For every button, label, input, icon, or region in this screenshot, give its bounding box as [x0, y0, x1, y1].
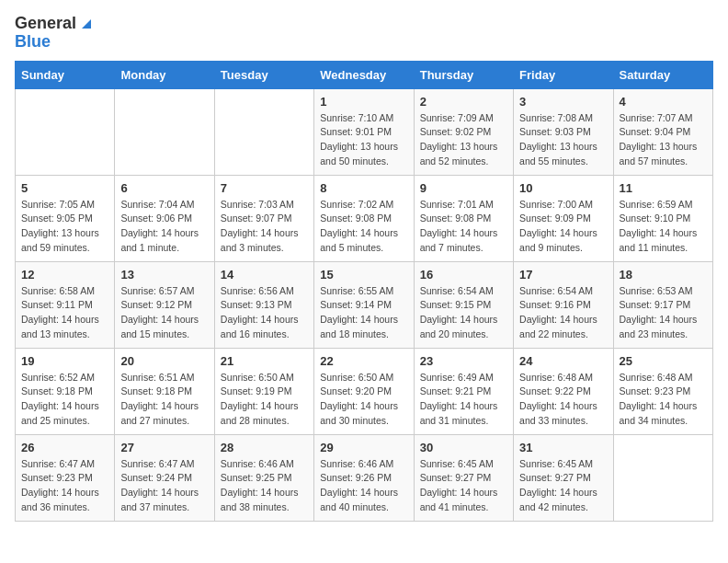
svg-marker-0: [82, 19, 91, 29]
day-info: Sunrise: 7:02 AMSunset: 9:08 PMDaylight:…: [320, 198, 407, 256]
calendar-cell: 22Sunrise: 6:50 AMSunset: 9:20 PMDayligh…: [314, 348, 414, 434]
calendar-cell: 3Sunrise: 7:08 AMSunset: 9:03 PMDaylight…: [514, 88, 613, 175]
day-number: 17: [519, 268, 607, 282]
calendar-cell: 9Sunrise: 7:01 AMSunset: 9:08 PMDaylight…: [414, 175, 513, 261]
weekday-header: Friday: [514, 61, 613, 88]
calendar-cell: 7Sunrise: 7:03 AMSunset: 9:07 PMDaylight…: [214, 175, 313, 261]
calendar-cell: 31Sunrise: 6:45 AMSunset: 9:27 PMDayligh…: [514, 434, 613, 521]
day-number: 21: [221, 354, 308, 368]
calendar-week-row: 19Sunrise: 6:52 AMSunset: 9:18 PMDayligh…: [16, 348, 713, 434]
day-number: 3: [519, 95, 607, 109]
logo-general: General: [15, 15, 76, 33]
day-info: Sunrise: 7:05 AMSunset: 9:05 PMDaylight:…: [21, 198, 108, 256]
day-number: 27: [120, 441, 208, 454]
day-number: 12: [21, 268, 108, 282]
day-info: Sunrise: 6:59 AMSunset: 9:10 PMDaylight:…: [620, 198, 707, 256]
calendar-cell: 28Sunrise: 6:46 AMSunset: 9:25 PMDayligh…: [214, 434, 313, 521]
day-number: 19: [21, 354, 108, 368]
calendar-cell: 4Sunrise: 7:07 AMSunset: 9:04 PMDaylight…: [613, 88, 712, 175]
day-info: Sunrise: 6:54 AMSunset: 9:15 PMDaylight:…: [420, 284, 507, 342]
calendar-cell: 14Sunrise: 6:56 AMSunset: 9:13 PMDayligh…: [214, 261, 313, 348]
day-info: Sunrise: 6:48 AMSunset: 9:22 PMDaylight:…: [519, 371, 607, 429]
day-number: 5: [21, 181, 108, 195]
day-number: 30: [420, 441, 507, 454]
calendar-cell: [214, 88, 313, 175]
day-info: Sunrise: 7:08 AMSunset: 9:03 PMDaylight:…: [519, 111, 607, 169]
calendar-cell: 27Sunrise: 6:47 AMSunset: 9:24 PMDayligh…: [115, 434, 214, 521]
calendar-cell: 11Sunrise: 6:59 AMSunset: 9:10 PMDayligh…: [613, 175, 712, 261]
calendar-cell: 12Sunrise: 6:58 AMSunset: 9:11 PMDayligh…: [16, 261, 115, 348]
day-number: 9: [420, 181, 507, 195]
calendar-cell: 8Sunrise: 7:02 AMSunset: 9:08 PMDaylight…: [314, 175, 414, 261]
day-info: Sunrise: 6:52 AMSunset: 9:18 PMDaylight:…: [21, 371, 108, 429]
day-number: 2: [420, 95, 507, 109]
day-number: 8: [320, 181, 407, 195]
day-info: Sunrise: 6:45 AMSunset: 9:27 PMDaylight:…: [519, 457, 607, 515]
day-number: 26: [21, 441, 108, 454]
calendar-week-row: 12Sunrise: 6:58 AMSunset: 9:11 PMDayligh…: [16, 261, 713, 348]
day-number: 7: [221, 181, 308, 195]
calendar-cell: 20Sunrise: 6:51 AMSunset: 9:18 PMDayligh…: [115, 348, 214, 434]
day-number: 22: [320, 354, 407, 368]
calendar-cell: 23Sunrise: 6:49 AMSunset: 9:21 PMDayligh…: [414, 348, 513, 434]
calendar-cell: 26Sunrise: 6:47 AMSunset: 9:23 PMDayligh…: [16, 434, 115, 521]
day-info: Sunrise: 6:48 AMSunset: 9:23 PMDaylight:…: [620, 371, 707, 429]
day-info: Sunrise: 6:57 AMSunset: 9:12 PMDaylight:…: [120, 284, 208, 342]
day-info: Sunrise: 6:55 AMSunset: 9:14 PMDaylight:…: [320, 284, 407, 342]
day-info: Sunrise: 6:46 AMSunset: 9:25 PMDaylight:…: [221, 457, 308, 515]
day-info: Sunrise: 6:50 AMSunset: 9:19 PMDaylight:…: [221, 371, 308, 429]
day-info: Sunrise: 7:04 AMSunset: 9:06 PMDaylight:…: [120, 198, 208, 256]
calendar-cell: 17Sunrise: 6:54 AMSunset: 9:16 PMDayligh…: [514, 261, 613, 348]
logo: General Blue: [15, 15, 95, 52]
calendar-cell: 24Sunrise: 6:48 AMSunset: 9:22 PMDayligh…: [514, 348, 613, 434]
day-info: Sunrise: 7:01 AMSunset: 9:08 PMDaylight:…: [420, 198, 507, 256]
day-info: Sunrise: 6:56 AMSunset: 9:13 PMDaylight:…: [221, 284, 308, 342]
day-info: Sunrise: 7:10 AMSunset: 9:01 PMDaylight:…: [320, 111, 407, 169]
day-info: Sunrise: 7:07 AMSunset: 9:04 PMDaylight:…: [620, 111, 707, 169]
header: General Blue: [15, 15, 713, 52]
day-info: Sunrise: 6:45 AMSunset: 9:27 PMDaylight:…: [420, 457, 507, 515]
day-info: Sunrise: 7:03 AMSunset: 9:07 PMDaylight:…: [221, 198, 308, 256]
calendar-cell: 6Sunrise: 7:04 AMSunset: 9:06 PMDaylight…: [115, 175, 214, 261]
day-number: 20: [120, 354, 208, 368]
day-number: 16: [420, 268, 507, 282]
calendar: SundayMondayTuesdayWednesdayThursdayFrid…: [15, 61, 713, 522]
day-info: Sunrise: 6:54 AMSunset: 9:16 PMDaylight:…: [519, 284, 607, 342]
day-info: Sunrise: 7:00 AMSunset: 9:09 PMDaylight:…: [519, 198, 607, 256]
weekday-header: Sunday: [16, 61, 115, 88]
calendar-cell: 19Sunrise: 6:52 AMSunset: 9:18 PMDayligh…: [16, 348, 115, 434]
day-number: 1: [320, 95, 407, 109]
day-number: 24: [519, 354, 607, 368]
calendar-week-row: 26Sunrise: 6:47 AMSunset: 9:23 PMDayligh…: [16, 434, 713, 521]
calendar-cell: [16, 88, 115, 175]
calendar-cell: 16Sunrise: 6:54 AMSunset: 9:15 PMDayligh…: [414, 261, 513, 348]
day-number: 11: [620, 181, 707, 195]
day-number: 18: [620, 268, 707, 282]
day-number: 13: [120, 268, 208, 282]
logo-triangle-icon: [78, 16, 95, 32]
weekday-header: Saturday: [613, 61, 712, 88]
day-number: 6: [120, 181, 208, 195]
day-number: 29: [320, 441, 407, 454]
day-info: Sunrise: 6:51 AMSunset: 9:18 PMDaylight:…: [120, 371, 208, 429]
day-number: 25: [620, 354, 707, 368]
weekday-header: Tuesday: [214, 61, 313, 88]
weekday-header: Thursday: [414, 61, 513, 88]
calendar-week-row: 5Sunrise: 7:05 AMSunset: 9:05 PMDaylight…: [16, 175, 713, 261]
weekday-header-row: SundayMondayTuesdayWednesdayThursdayFrid…: [16, 61, 713, 88]
calendar-cell: [115, 88, 214, 175]
calendar-cell: [613, 434, 712, 521]
day-info: Sunrise: 6:46 AMSunset: 9:26 PMDaylight:…: [320, 457, 407, 515]
day-info: Sunrise: 6:47 AMSunset: 9:23 PMDaylight:…: [21, 457, 108, 515]
day-number: 10: [519, 181, 607, 195]
calendar-cell: 21Sunrise: 6:50 AMSunset: 9:19 PMDayligh…: [214, 348, 313, 434]
day-number: 23: [420, 354, 507, 368]
day-info: Sunrise: 6:50 AMSunset: 9:20 PMDaylight:…: [320, 371, 407, 429]
calendar-cell: 2Sunrise: 7:09 AMSunset: 9:02 PMDaylight…: [414, 88, 513, 175]
calendar-cell: 15Sunrise: 6:55 AMSunset: 9:14 PMDayligh…: [314, 261, 414, 348]
day-number: 28: [221, 441, 308, 454]
calendar-cell: 18Sunrise: 6:53 AMSunset: 9:17 PMDayligh…: [613, 261, 712, 348]
calendar-cell: 25Sunrise: 6:48 AMSunset: 9:23 PMDayligh…: [613, 348, 712, 434]
calendar-cell: 30Sunrise: 6:45 AMSunset: 9:27 PMDayligh…: [414, 434, 513, 521]
calendar-cell: 29Sunrise: 6:46 AMSunset: 9:26 PMDayligh…: [314, 434, 414, 521]
